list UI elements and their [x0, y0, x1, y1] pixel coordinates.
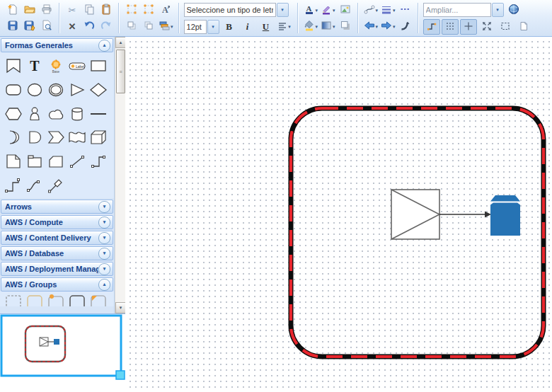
- line-color-button[interactable]: ▾: [319, 2, 337, 18]
- font-family-dropdown-icon[interactable]: ▾: [277, 3, 289, 17]
- section-header-arrows[interactable]: Arrows ▾: [1, 200, 113, 214]
- show-guides-toggle[interactable]: [460, 19, 477, 35]
- shape-cube[interactable]: [88, 129, 109, 146]
- shape-cylinder[interactable]: [67, 105, 88, 122]
- scroll-up-button[interactable]: ▲: [115, 37, 126, 48]
- font-family-input[interactable]: [184, 3, 276, 17]
- shape-text[interactable]: T: [24, 57, 45, 74]
- delete-button[interactable]: ✕: [64, 18, 81, 34]
- shape-card[interactable]: [45, 153, 67, 170]
- arrow-end-button[interactable]: ▾: [379, 18, 397, 34]
- shape-label[interactable]: Label: [67, 57, 88, 74]
- font-size-input[interactable]: [184, 20, 207, 34]
- new-document-button[interactable]: [4, 2, 21, 18]
- select-vertices-button[interactable]: [140, 2, 157, 18]
- scrollbar-thumb[interactable]: ≡: [116, 50, 125, 93]
- edge-arrow[interactable]: [439, 212, 491, 218]
- send-backward-button[interactable]: [123, 18, 140, 34]
- section-header-aws-database[interactable]: AWS / Database ▾: [1, 246, 113, 260]
- shape-corner-flag-group[interactable]: [89, 294, 108, 306]
- shape-tape[interactable]: [67, 129, 88, 146]
- shape-bookmark[interactable]: [3, 57, 24, 74]
- expand-icon[interactable]: ▾: [98, 248, 110, 260]
- font-size-button[interactable]: A: [157, 2, 175, 18]
- outline-toggle-button[interactable]: [497, 19, 514, 35]
- new-page-button[interactable]: [515, 19, 532, 35]
- zoom-input[interactable]: [423, 3, 491, 17]
- outline-resize-handle[interactable]: [116, 371, 125, 379]
- diagram-canvas[interactable]: [125, 37, 552, 392]
- shadow-button[interactable]: [337, 18, 354, 34]
- target-node[interactable]: [490, 195, 520, 236]
- section-header-aws-content-delivery[interactable]: AWS / Content Delivery ▾: [1, 231, 113, 245]
- shape-curve-connector[interactable]: [24, 177, 45, 194]
- gradient-button[interactable]: ▾: [319, 18, 337, 34]
- collapse-icon[interactable]: ▴: [98, 279, 110, 291]
- fill-color-button[interactable]: ▾: [302, 18, 320, 34]
- dashed-line-button[interactable]: [397, 2, 414, 18]
- italic-button[interactable]: i: [239, 19, 256, 35]
- line-width-button[interactable]: ▾: [379, 2, 397, 18]
- open-button[interactable]: [21, 2, 38, 18]
- shape-double-ellipse[interactable]: [45, 81, 67, 98]
- preview-button[interactable]: [38, 18, 55, 34]
- expand-icon[interactable]: ▾: [98, 217, 110, 229]
- shape-rounded-rectangle[interactable]: [3, 81, 24, 98]
- expand-icon[interactable]: ▾: [98, 263, 110, 275]
- save-as-button[interactable]: [21, 18, 38, 34]
- help-button[interactable]: [505, 2, 522, 18]
- section-header-aws-groups[interactable]: AWS / Groups ▴: [1, 277, 113, 292]
- shape-delay[interactable]: [24, 129, 45, 146]
- shape-line-connector[interactable]: [67, 153, 88, 170]
- underline-button[interactable]: U: [258, 19, 275, 35]
- shape-double-line-arrow[interactable]: [45, 177, 67, 194]
- shape-rectangle[interactable]: [88, 57, 109, 74]
- undo-button[interactable]: [81, 18, 98, 34]
- shape-elbow-connector-2[interactable]: [3, 177, 24, 194]
- align-button[interactable]: ▾: [276, 19, 293, 35]
- font-color-button[interactable]: A ▾: [302, 2, 320, 18]
- outline-panel[interactable]: [0, 313, 126, 392]
- font-family-combo[interactable]: ▾: [184, 3, 289, 17]
- bold-button[interactable]: B: [221, 19, 238, 35]
- zoom-combo[interactable]: ▾: [423, 3, 504, 17]
- shape-card-tab[interactable]: [24, 153, 45, 170]
- image-button[interactable]: [337, 2, 354, 18]
- show-grid-toggle[interactable]: [442, 19, 459, 35]
- bring-forward-button[interactable]: [140, 18, 157, 34]
- cut-button[interactable]: ✂: [64, 2, 81, 18]
- font-size-combo[interactable]: ▾: [184, 20, 219, 34]
- shape-step[interactable]: [45, 129, 67, 146]
- print-button[interactable]: [38, 2, 55, 18]
- collapse-icon[interactable]: ▴: [98, 40, 110, 52]
- shape-horizontal-line[interactable]: [88, 105, 109, 122]
- save-button[interactable]: [4, 18, 21, 34]
- paste-button[interactable]: [98, 2, 115, 18]
- source-node[interactable]: [391, 190, 439, 239]
- shape-base-icon[interactable]: Base: [45, 57, 67, 74]
- font-size-dropdown-icon[interactable]: ▾: [207, 20, 219, 34]
- shape-dashed-group[interactable]: [4, 294, 23, 306]
- arrow-start-button[interactable]: ▾: [362, 18, 380, 34]
- rounded-edge-button[interactable]: [397, 18, 414, 34]
- shape-triangle[interactable]: [67, 81, 88, 98]
- shape-actor[interactable]: [24, 105, 45, 122]
- shape-hexagon[interactable]: [3, 105, 24, 122]
- shape-crescent[interactable]: [3, 129, 24, 146]
- expand-icon[interactable]: ▾: [98, 201, 110, 213]
- scroll-down-button[interactable]: ▼: [115, 302, 126, 313]
- layout-button[interactable]: ▾: [157, 18, 175, 34]
- copy-button[interactable]: [81, 2, 98, 18]
- shape-ellipse[interactable]: [24, 81, 45, 98]
- section-header-formas-generales[interactable]: Formas Generales ▴: [1, 38, 113, 52]
- shape-rhombus[interactable]: [88, 81, 109, 98]
- zoom-dropdown-icon[interactable]: ▾: [492, 3, 504, 17]
- expand-icon[interactable]: ▾: [98, 232, 110, 244]
- shape-elbow-connector[interactable]: [88, 153, 109, 170]
- shape-corner-dot-group[interactable]: [47, 294, 65, 306]
- fit-page-button[interactable]: [478, 19, 495, 35]
- shape-tan-group[interactable]: [25, 294, 44, 306]
- select-region-button[interactable]: [123, 2, 140, 18]
- section-header-aws-compute[interactable]: AWS / Compute ▾: [1, 215, 113, 229]
- shape-cloud[interactable]: [45, 105, 67, 122]
